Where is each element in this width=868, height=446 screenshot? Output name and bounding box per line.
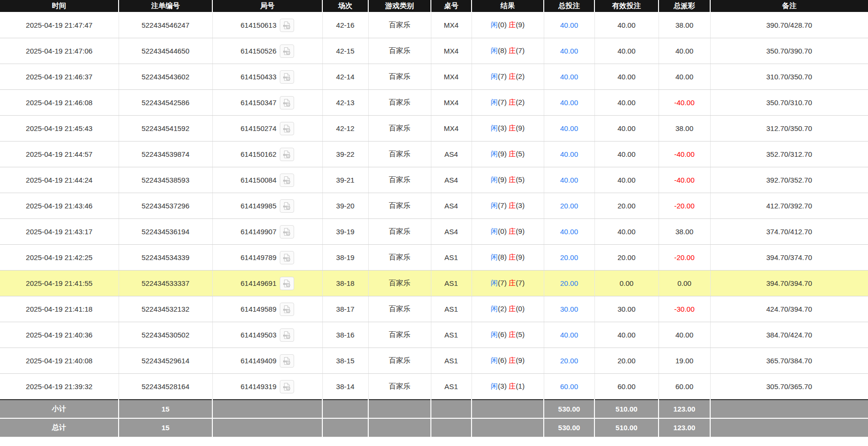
cell-session: 39-19 (322, 219, 368, 245)
subtotal-empty-result (472, 400, 544, 418)
table-row[interactable]: 2025-04-19 21:43:17 522434536194 6141499… (0, 219, 868, 245)
video-replay-button[interactable] (280, 328, 294, 342)
cell-bet-no: 522434530502 (119, 322, 212, 348)
cell-bet-no: 522434534339 (119, 245, 212, 271)
cell-round-no: 614150433 (212, 64, 322, 90)
video-replay-button[interactable] (280, 122, 294, 135)
video-replay-button[interactable] (280, 303, 294, 316)
result-player-points: (0) (498, 21, 506, 29)
cell-bet-no: 522434544650 (119, 38, 212, 64)
cell-payout: -40.00 (659, 90, 710, 116)
result-banker-points: (3) (516, 201, 525, 209)
cell-time: 2025-04-19 21:43:17 (0, 219, 119, 245)
column-header-bet-no: 注单编号 (119, 0, 212, 12)
video-replay-button[interactable] (280, 251, 294, 264)
total-bet-link[interactable]: 40.00 (560, 98, 578, 107)
result-banker-points: (5) (516, 175, 525, 184)
table-row[interactable]: 2025-04-19 21:44:57 522434539874 6141501… (0, 141, 868, 167)
cell-game-type: 百家乐 (368, 38, 431, 64)
total-bet-link[interactable]: 20.00 (560, 357, 578, 365)
cell-session: 42-15 (322, 38, 368, 64)
table-row[interactable]: 2025-04-19 21:46:08 522434542586 6141503… (0, 90, 868, 116)
video-replay-button[interactable] (280, 277, 294, 290)
table-row[interactable]: 2025-04-19 21:47:47 522434546247 6141506… (0, 12, 868, 38)
cell-time: 2025-04-19 21:44:24 (0, 167, 119, 193)
table-row[interactable]: 2025-04-19 21:43:46 522434537296 6141499… (0, 193, 868, 219)
result-player-label: 闲 (491, 72, 498, 80)
video-replay-button[interactable] (280, 148, 294, 161)
total-bet-link[interactable]: 40.00 (560, 228, 578, 236)
table-row[interactable]: 2025-04-19 21:47:06 522434544650 6141505… (0, 38, 868, 64)
result-banker-points: (9) (516, 124, 525, 132)
cell-table-no: AS1 (431, 374, 472, 400)
cell-table-no: MX4 (431, 38, 472, 64)
cell-result: 闲(9) 庄(5) (472, 141, 544, 167)
cell-remark: 350.70/310.70 (710, 90, 868, 116)
cell-round-no: 614150162 (212, 141, 322, 167)
round-no-text: 614149319 (241, 382, 276, 391)
total-bet-link[interactable]: 40.00 (560, 176, 578, 184)
cell-table-no: MX4 (431, 64, 472, 90)
table-row[interactable]: 2025-04-19 21:41:55 522434533337 6141496… (0, 271, 868, 296)
result-player-label: 闲 (491, 279, 498, 287)
cell-session: 38-16 (322, 322, 368, 348)
cell-total-bet: 20.00 (544, 271, 594, 296)
cell-valid-bet: 60.00 (594, 374, 659, 400)
total-bet-link[interactable]: 40.00 (560, 73, 578, 81)
cell-round-no: 614150274 (212, 116, 322, 141)
video-replay-button[interactable] (280, 380, 294, 393)
header-row: 时间注单编号局号场次游戏类别桌号结果总投注有效投注总派彩备注 (0, 0, 868, 12)
video-replay-button[interactable] (280, 70, 294, 84)
column-header-session: 场次 (322, 0, 368, 12)
result-banker-label: 庄 (509, 382, 516, 390)
result-banker-label: 庄 (509, 150, 516, 158)
table-row[interactable]: 2025-04-19 21:40:08 522434529614 6141494… (0, 348, 868, 374)
video-file-icon (283, 98, 291, 107)
result-player-label: 闲 (491, 330, 498, 338)
cell-result: 闲(0) 庄(9) (472, 12, 544, 38)
cell-remark: 365.70/384.70 (710, 348, 868, 374)
total-bet-link[interactable]: 40.00 (560, 150, 578, 158)
total-bet-link[interactable]: 60.00 (560, 382, 578, 391)
table-row[interactable]: 2025-04-19 21:44:24 522434538593 6141500… (0, 167, 868, 193)
result-player-label: 闲 (491, 305, 498, 313)
result-banker-label: 庄 (509, 175, 516, 184)
video-replay-button[interactable] (280, 174, 294, 187)
total-bet-link[interactable]: 20.00 (560, 253, 578, 261)
total-bet-link[interactable]: 40.00 (560, 124, 578, 132)
total-bet-link[interactable]: 20.00 (560, 202, 578, 210)
video-replay-button[interactable] (280, 44, 294, 58)
table-row[interactable]: 2025-04-19 21:40:36 522434530502 6141495… (0, 322, 868, 348)
subtotal-row: 小计 15 530.00 510.00 123.00 (0, 400, 868, 418)
table-row[interactable]: 2025-04-19 21:39:32 522434528164 6141493… (0, 374, 868, 400)
table-row[interactable]: 2025-04-19 21:42:25 522434534339 6141497… (0, 245, 868, 271)
video-replay-button[interactable] (280, 354, 294, 368)
result-player-points: (6) (498, 330, 506, 338)
cell-payout: 40.00 (659, 38, 710, 64)
cell-remark: 310.70/350.70 (710, 64, 868, 90)
cell-remark: 392.70/352.70 (710, 167, 868, 193)
cell-remark: 374.70/412.70 (710, 219, 868, 245)
total-bet-link[interactable]: 40.00 (560, 21, 578, 29)
cell-payout: -20.00 (659, 245, 710, 271)
table-row[interactable]: 2025-04-19 21:41:18 522434532132 6141495… (0, 296, 868, 322)
video-replay-button[interactable] (280, 19, 294, 32)
video-replay-button[interactable] (280, 199, 294, 213)
total-bet-link[interactable]: 40.00 (560, 331, 578, 339)
video-replay-button[interactable] (280, 225, 294, 239)
table-row[interactable]: 2025-04-19 21:45:43 522434541592 6141502… (0, 116, 868, 141)
cell-remark: 305.70/365.70 (710, 374, 868, 400)
round-no-text: 614149503 (241, 331, 276, 339)
total-bet-link[interactable]: 40.00 (560, 47, 578, 55)
result-banker-points: (9) (516, 227, 525, 235)
cell-total-bet: 40.00 (544, 90, 594, 116)
video-replay-button[interactable] (280, 96, 294, 109)
table-row[interactable]: 2025-04-19 21:46:37 522434543602 6141504… (0, 64, 868, 90)
total-bet-link[interactable]: 30.00 (560, 305, 578, 313)
total-bet-link[interactable]: 20.00 (560, 279, 578, 287)
cell-payout: 19.00 (659, 348, 710, 374)
result-player-label: 闲 (491, 382, 498, 390)
column-header-time: 时间 (0, 0, 119, 12)
result-player-points: (7) (498, 98, 506, 106)
video-file-icon (283, 21, 291, 30)
